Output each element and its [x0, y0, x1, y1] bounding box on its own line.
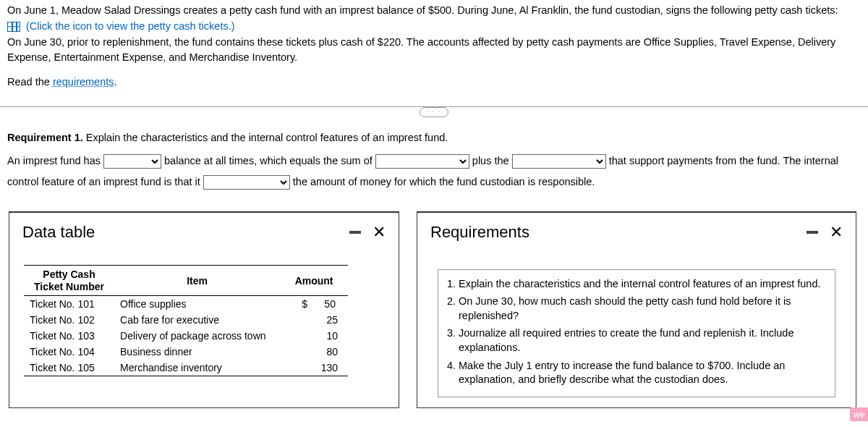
- list-item: Make the July 1 entry to increase the fu…: [459, 359, 827, 387]
- fill-in-sentence: An imprest fund has balance at all times…: [7, 151, 861, 193]
- req1-bold: Requirement 1.: [7, 132, 83, 143]
- table-row: Ticket No. 102 Cab fare for executive 25: [24, 312, 348, 328]
- requirements-list: Explain the characteristics and the inte…: [438, 269, 835, 397]
- table-header-row: Petty CashTicket Number Item Amount: [24, 265, 348, 296]
- read-the-period: .: [114, 76, 117, 88]
- close-icon[interactable]: ✕: [373, 224, 386, 240]
- view-tickets-link[interactable]: (Click the icon to view the petty cash t…: [26, 20, 235, 32]
- cell-ticket: Ticket No. 102: [24, 312, 114, 328]
- problem-paragraph-2: On June 30, prior to replenishment, the …: [7, 35, 862, 67]
- dropdown-balance-type[interactable]: [103, 154, 161, 169]
- cell-amount: 25: [280, 312, 348, 328]
- read-requirements-row: Read the requirements.: [7, 75, 862, 90]
- list-item: On June 30, how much cash should the pet…: [459, 295, 827, 323]
- cell-amount: 10: [280, 328, 348, 344]
- fill-t3: plus the: [472, 155, 512, 166]
- requirements-title: Requirements: [430, 223, 529, 242]
- cell-item: Business dinner: [114, 344, 280, 360]
- close-icon[interactable]: ✕: [830, 224, 843, 240]
- read-the-label: Read the: [7, 76, 53, 88]
- tickets-link-row: (Click the icon to view the petty cash t…: [7, 19, 862, 35]
- list-item: Journalize all required entries to creat…: [459, 326, 827, 355]
- dropdown-plus-the[interactable]: [512, 154, 606, 169]
- fill-t5: the amount of money for which the fund c…: [293, 176, 595, 187]
- col-amount: Amount: [280, 265, 348, 296]
- petty-cash-table: Petty CashTicket Number Item Amount Tick…: [24, 265, 348, 377]
- requirement-1-section: Requirement 1. Explain the characteristi…: [0, 117, 868, 198]
- cell-amount: 80: [280, 344, 348, 360]
- problem-statement: On June 1, Meadow Salad Dressings create…: [0, 0, 868, 93]
- data-table-title: Data table: [22, 223, 95, 242]
- expand-pill[interactable]: · · ·: [420, 107, 448, 117]
- minimize-icon[interactable]: [349, 231, 361, 234]
- fill-t1: An imprest fund has: [7, 155, 103, 166]
- requirements-controls: ✕: [807, 224, 843, 240]
- dropdown-internal-control[interactable]: [203, 175, 290, 190]
- cell-ticket: Ticket No. 104: [24, 344, 114, 360]
- table-row: Ticket No. 101 Office supplies $ 50: [24, 296, 348, 313]
- cell-ticket: Ticket No. 103: [24, 328, 114, 344]
- requirements-link[interactable]: requirements: [53, 76, 114, 88]
- table-row: Ticket No. 103 Delivery of package acros…: [24, 328, 348, 344]
- req1-rest: Explain the characteristics and the inte…: [83, 132, 448, 143]
- fill-t2: balance at all times, which equals the s…: [164, 155, 375, 166]
- data-table-header: Data table ✕: [9, 213, 399, 249]
- data-table-controls: ✕: [349, 224, 386, 240]
- cell-amount: 130: [280, 360, 348, 376]
- dropdown-sum-of[interactable]: [375, 154, 469, 169]
- table-grid-icon[interactable]: [7, 22, 20, 32]
- cell-amount: $ 50: [280, 296, 348, 313]
- requirements-popup: Requirements ✕ Explain the characteristi…: [417, 211, 856, 408]
- minimize-icon[interactable]: [807, 231, 818, 234]
- cell-item: Delivery of package across town: [114, 328, 280, 344]
- table-row: Ticket No. 104 Business dinner 80: [24, 344, 348, 360]
- table-row: Ticket No. 105 Merchandise inventory 130: [24, 360, 348, 376]
- col-ticket-number: Petty CashTicket Number: [24, 265, 114, 296]
- col-item: Item: [114, 265, 280, 296]
- cell-item: Office supplies: [114, 296, 280, 313]
- list-item: Explain the characteristics and the inte…: [459, 277, 827, 292]
- cell-item: Merchandise inventory: [114, 360, 280, 376]
- cell-ticket: Ticket No. 105: [24, 360, 114, 376]
- cell-ticket: Ticket No. 101: [24, 296, 114, 313]
- requirements-header: Requirements ✕: [417, 213, 856, 249]
- cell-item: Cab fare for executive: [114, 312, 280, 328]
- problem-paragraph-1: On June 1, Meadow Salad Dressings create…: [7, 3, 862, 19]
- we-badge: we: [850, 407, 868, 421]
- requirement-1-heading: Requirement 1. Explain the characteristi…: [7, 132, 861, 143]
- data-table-popup: Data table ✕ Petty CashTicket Number Ite…: [9, 211, 399, 408]
